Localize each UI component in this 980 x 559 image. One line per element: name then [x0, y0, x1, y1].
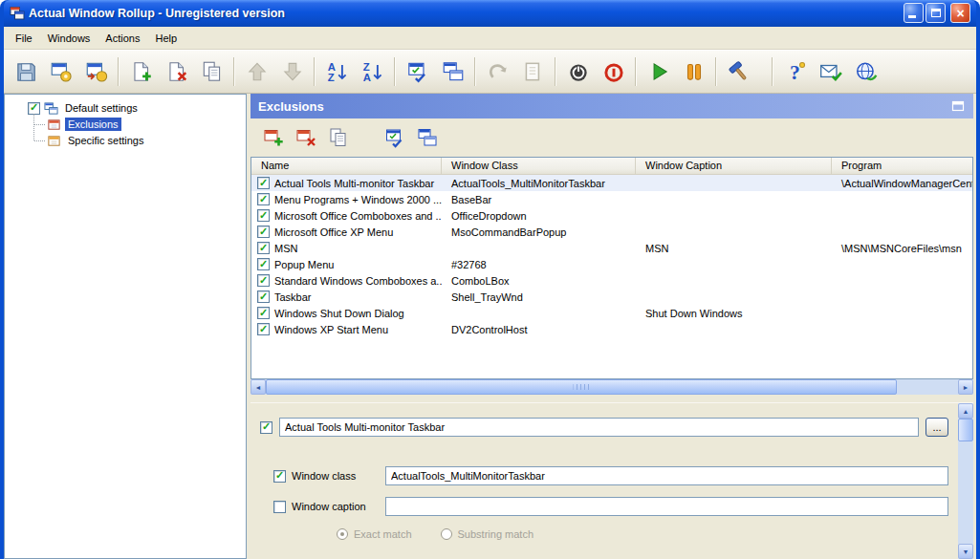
- window-caption-input[interactable]: [385, 497, 948, 516]
- cell-window-caption: Shut Down Windows: [636, 308, 832, 319]
- table-row[interactable]: Microsoft Office XP Menu MsoCommandBarPo…: [251, 224, 972, 240]
- client-area: File Windows Actions Help: [4, 27, 976, 559]
- tree-item-exclusions[interactable]: Exclusions: [47, 117, 246, 132]
- window-caption-checkbox[interactable]: [273, 501, 286, 513]
- power-off-button[interactable]: [560, 54, 596, 90]
- row-checkbox[interactable]: [257, 209, 270, 222]
- table-row[interactable]: Popup Menu #32768: [251, 256, 972, 272]
- move-down-button[interactable]: [274, 54, 310, 90]
- app-window: Actual Window Rollup - Unregistered vers…: [0, 0, 980, 559]
- apply-to-all-button[interactable]: [435, 54, 470, 90]
- copy-window-button[interactable]: [194, 54, 229, 90]
- exact-match-radio[interactable]: [337, 528, 348, 540]
- mail-check-icon: [818, 59, 843, 84]
- row-checkbox[interactable]: [257, 274, 270, 287]
- window-class-input[interactable]: [385, 466, 948, 485]
- pause-button[interactable]: [676, 54, 711, 90]
- exclusion-enabled-checkbox[interactable]: [260, 421, 272, 434]
- window-caption-label: Window caption: [292, 501, 380, 512]
- table-row[interactable]: Menu Programs + Windows 2000 ... BaseBar: [251, 191, 972, 207]
- close-button[interactable]: ×: [950, 3, 970, 23]
- table-row[interactable]: Windows Shut Down Dialog Shut Down Windo…: [251, 305, 972, 321]
- titlebar[interactable]: Actual Window Rollup - Unregistered vers…: [4, 0, 976, 27]
- substring-match-radio[interactable]: [441, 528, 452, 540]
- vscrollbar-track[interactable]: [958, 441, 973, 544]
- sort-ascending-button[interactable]: [319, 54, 355, 90]
- row-checkbox[interactable]: [257, 290, 270, 303]
- window-class-checkbox[interactable]: [273, 470, 286, 483]
- hscrollbar-thumb[interactable]: [266, 379, 897, 395]
- menu-file[interactable]: File: [8, 30, 40, 47]
- scroll-left-button[interactable]: ◄: [250, 379, 266, 395]
- run-button[interactable]: [641, 54, 676, 90]
- minimize-button[interactable]: [904, 3, 924, 23]
- row-checkbox[interactable]: [257, 258, 270, 270]
- delete-window-button[interactable]: [159, 54, 194, 90]
- window-gear-arrow-icon: [84, 59, 109, 84]
- uncheck-all-exclusions-button[interactable]: [412, 123, 442, 153]
- exclusion-name-input[interactable]: [279, 418, 919, 437]
- hscrollbar-track[interactable]: [897, 379, 958, 395]
- scroll-down-button[interactable]: ▼: [958, 544, 973, 559]
- edit-button[interactable]: [515, 54, 551, 90]
- rollup-window-icon[interactable]: [950, 98, 966, 114]
- maximize-button[interactable]: [926, 3, 946, 23]
- check-all-button[interactable]: [400, 54, 435, 90]
- column-header-program[interactable]: Program: [832, 158, 972, 174]
- toolbar-separator: [772, 57, 773, 86]
- horizontal-scrollbar[interactable]: ◄ ►: [250, 379, 973, 395]
- column-header-name[interactable]: Name: [251, 158, 442, 174]
- row-checkbox[interactable]: [257, 307, 270, 319]
- save-button[interactable]: [8, 54, 43, 90]
- browse-button[interactable]: ...: [926, 418, 948, 437]
- table-row[interactable]: Actual Tools Multi-monitor Taskbar Actua…: [251, 175, 972, 191]
- website-button[interactable]: [848, 54, 883, 90]
- vscrollbar-thumb[interactable]: [958, 419, 973, 441]
- stop-button[interactable]: [596, 54, 631, 90]
- delete-exclusion-button[interactable]: [291, 123, 320, 153]
- default-settings-checkbox[interactable]: [28, 102, 40, 115]
- vertical-scrollbar[interactable]: ▲ ▼: [958, 403, 973, 559]
- menu-help[interactable]: Help: [147, 30, 185, 47]
- options-button[interactable]: [721, 54, 756, 90]
- cell-name: Standard Windows Comboboxes a...: [274, 275, 442, 287]
- table-row[interactable]: Taskbar Shell_TrayWnd: [251, 289, 972, 305]
- table-row[interactable]: Standard Windows Comboboxes a... ComboLB…: [251, 272, 972, 289]
- scroll-up-button[interactable]: ▲: [958, 403, 973, 419]
- toolbar-separator: [474, 57, 476, 86]
- add-exclusion-button[interactable]: [258, 123, 288, 153]
- scroll-right-button[interactable]: ►: [958, 379, 973, 395]
- sort-descending-button[interactable]: [355, 54, 390, 90]
- row-checkbox[interactable]: [257, 323, 270, 335]
- menu-actions[interactable]: Actions: [98, 30, 147, 47]
- exclusions-panel: Exclusions Name Window Class: [250, 94, 976, 559]
- tree-item-default-settings[interactable]: Default settings: [5, 100, 246, 116]
- help-button[interactable]: [777, 54, 813, 90]
- cell-window-caption: MSN: [636, 243, 832, 254]
- copy-icon: [200, 59, 225, 84]
- page-cross-icon: [164, 59, 189, 84]
- sort-az-icon: [325, 59, 350, 84]
- menu-windows[interactable]: Windows: [40, 30, 98, 47]
- export-settings-button[interactable]: [43, 54, 78, 90]
- row-checkbox[interactable]: [257, 193, 270, 205]
- row-checkbox[interactable]: [257, 226, 270, 238]
- send-email-button[interactable]: [813, 54, 848, 90]
- add-window-button[interactable]: [123, 54, 159, 90]
- row-checkbox[interactable]: [257, 177, 270, 189]
- table-row[interactable]: Microsoft Office Comboboxes and ... Offi…: [251, 207, 972, 224]
- undo-button[interactable]: [480, 54, 515, 90]
- menubar: File Windows Actions Help: [4, 27, 976, 50]
- tree-item-specific-settings[interactable]: Specific settings: [47, 133, 246, 148]
- move-up-button[interactable]: [239, 54, 274, 90]
- toolbar-separator: [635, 57, 637, 86]
- table-row[interactable]: MSN MSN \MSN\MSNCoreFiles\msn: [251, 240, 972, 256]
- column-header-window-caption[interactable]: Window Caption: [636, 158, 832, 174]
- import-settings-button[interactable]: [78, 54, 114, 90]
- table-row[interactable]: Windows XP Start Menu DV2ControlHost: [251, 321, 972, 337]
- check-all-exclusions-button[interactable]: [380, 123, 409, 153]
- copy-exclusion-button[interactable]: [323, 123, 353, 153]
- cell-name: Microsoft Office Comboboxes and ...: [274, 210, 442, 222]
- column-header-window-class[interactable]: Window Class: [442, 158, 636, 174]
- row-checkbox[interactable]: [257, 242, 270, 254]
